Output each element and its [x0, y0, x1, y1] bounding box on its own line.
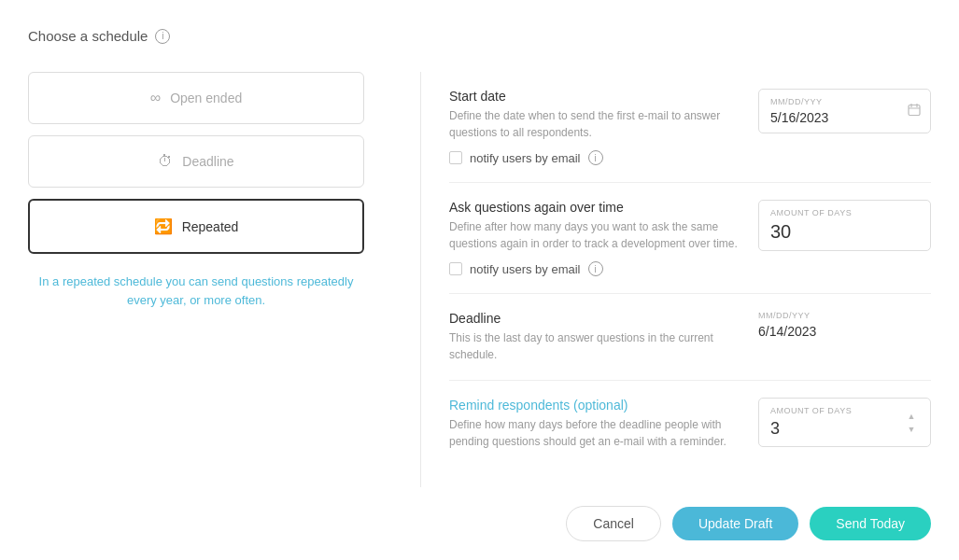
ask-again-desc: Define after how many days you want to a…: [449, 218, 740, 252]
start-date-notify-info-icon[interactable]: i: [588, 150, 603, 165]
page-container: Choose a schedule i ∞ Open ended ⏱ Deadl…: [0, 0, 959, 560]
cancel-button[interactable]: Cancel: [566, 506, 661, 541]
start-date-title: Start date: [449, 89, 740, 104]
start-date-input-label: MM/DD/YYY: [770, 97, 919, 106]
start-date-notify-checkbox[interactable]: [449, 151, 462, 164]
deadline-header: Deadline This is the last day to answer …: [449, 311, 931, 363]
ask-again-header: Ask questions again over time Define aft…: [449, 200, 931, 252]
ask-again-input-label: AMOUNT OF DAYS: [770, 208, 919, 217]
open-ended-icon: ∞: [150, 90, 161, 106]
footer: Cancel Update Draft Send Today: [28, 487, 931, 541]
open-ended-label: Open ended: [170, 91, 242, 105]
repeated-label: Repeated: [182, 219, 239, 234]
deadline-option[interactable]: ⏱ Deadline: [28, 135, 364, 188]
svg-rect-0: [909, 105, 920, 116]
remind-value: 3: [770, 419, 852, 439]
remind-input-label: AMOUNT OF DAYS: [770, 406, 852, 415]
deadline-desc: This is the last day to answer questions…: [449, 329, 740, 363]
deadline-value: 6/14/2023: [758, 324, 931, 339]
page-title: Choose a schedule: [28, 28, 148, 44]
deadline-right: MM/DD/YYY 6/14/2023: [758, 311, 931, 339]
ask-again-notify-info-icon[interactable]: i: [588, 261, 603, 276]
ask-again-left: Ask questions again over time Define aft…: [449, 200, 740, 252]
remind-header: Remind respondents (optional) Define how…: [449, 398, 931, 450]
remind-input-box[interactable]: AMOUNT OF DAYS 3 ▲ ▼: [758, 398, 931, 447]
start-date-value: 5/16/2023: [770, 110, 919, 125]
start-date-notify-label: notify users by email: [470, 151, 581, 165]
right-panel: Start date Define the date when to send …: [449, 72, 931, 487]
ask-again-section: Ask questions again over time Define aft…: [449, 183, 931, 294]
repeated-option[interactable]: 🔁 Repeated: [28, 199, 364, 254]
page-title-info-icon[interactable]: i: [155, 29, 170, 44]
deadline-icon: ⏱: [158, 153, 173, 170]
ask-again-notify-label: notify users by email: [470, 262, 581, 276]
open-ended-option[interactable]: ∞ Open ended: [28, 72, 364, 124]
ask-again-notify-row: notify users by email i: [449, 261, 931, 276]
deadline-left: Deadline This is the last day to answer …: [449, 311, 740, 363]
remind-spinner-up[interactable]: ▲: [904, 411, 919, 422]
remind-desc: Define how many days before the deadline…: [449, 416, 740, 450]
left-panel: ∞ Open ended ⏱ Deadline 🔁 Repeated In a …: [28, 72, 392, 487]
deadline-input-label: MM/DD/YYY: [758, 311, 931, 320]
start-date-section: Start date Define the date when to send …: [449, 72, 931, 183]
start-date-header: Start date Define the date when to send …: [449, 89, 931, 141]
remind-input-left: AMOUNT OF DAYS 3: [770, 406, 852, 439]
schedule-description: In a repeated schedule you can send ques…: [28, 273, 364, 309]
start-date-desc: Define the date when to send the first e…: [449, 107, 740, 141]
deadline-section: Deadline This is the last day to answer …: [449, 294, 931, 381]
remind-spinner-controls: ▲ ▼: [904, 411, 919, 435]
remind-title: Remind respondents (optional): [449, 398, 740, 413]
deadline-section-title: Deadline: [449, 311, 740, 326]
remind-spinner-down[interactable]: ▼: [904, 424, 919, 435]
vertical-divider: [420, 72, 421, 487]
update-draft-button[interactable]: Update Draft: [672, 507, 798, 540]
ask-again-value: 30: [770, 221, 919, 243]
deadline-label: Deadline: [182, 154, 233, 169]
page-title-row: Choose a schedule i: [28, 28, 931, 44]
start-date-input-box[interactable]: MM/DD/YYY 5/16/2023: [758, 89, 931, 133]
repeated-icon: 🔁: [154, 217, 173, 235]
ask-again-right: AMOUNT OF DAYS 30: [758, 200, 931, 251]
ask-again-input-box[interactable]: AMOUNT OF DAYS 30: [758, 200, 931, 251]
remind-left: Remind respondents (optional) Define how…: [449, 398, 740, 450]
main-content: ∞ Open ended ⏱ Deadline 🔁 Repeated In a …: [28, 72, 931, 487]
start-date-calendar-icon[interactable]: [908, 104, 921, 119]
remind-section: Remind respondents (optional) Define how…: [449, 381, 931, 467]
start-date-right: MM/DD/YYY 5/16/2023: [758, 89, 931, 133]
send-today-button[interactable]: Send Today: [810, 507, 931, 540]
start-date-left: Start date Define the date when to send …: [449, 89, 740, 141]
start-date-notify-row: notify users by email i: [449, 150, 931, 165]
ask-again-title: Ask questions again over time: [449, 200, 740, 215]
remind-right: AMOUNT OF DAYS 3 ▲ ▼: [758, 398, 931, 447]
ask-again-notify-checkbox[interactable]: [449, 262, 462, 275]
